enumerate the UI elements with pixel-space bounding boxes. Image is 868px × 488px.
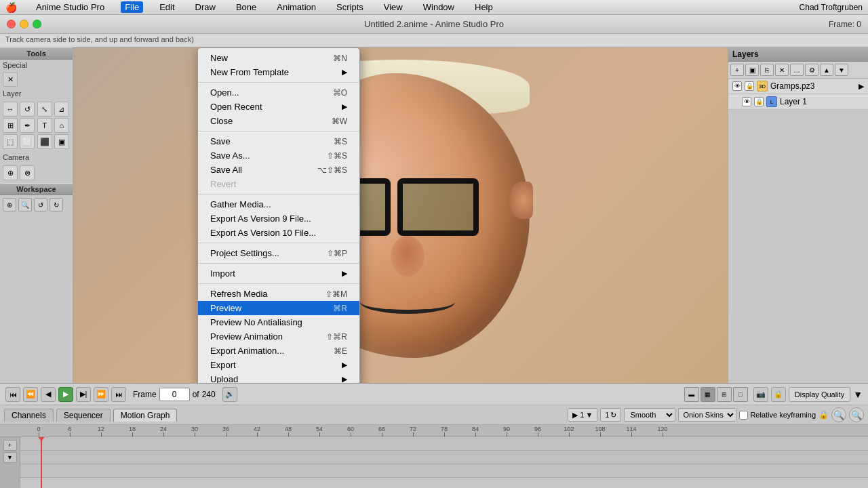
minimize-button[interactable] — [20, 20, 28, 28]
layer-eye-1[interactable]: 👁 — [732, 81, 742, 91]
tool-translate[interactable]: ↔ — [3, 102, 18, 117]
maximize-button[interactable] — [33, 20, 41, 28]
play-controls-btn[interactable]: ▶ 1 ▼ — [568, 408, 597, 422]
tool-obj4[interactable]: ▣ — [54, 134, 69, 149]
menu-file[interactable]: File — [121, 1, 143, 13]
frame-step-btn[interactable]: 1 ↻ — [600, 408, 621, 422]
menu-item-project-settings[interactable]: Project Settings...⇧⌘P — [198, 246, 359, 260]
tool-scale[interactable]: ⤡ — [37, 102, 52, 117]
view-mode-1[interactable]: ▬ — [684, 387, 699, 402]
tool-obj1[interactable]: ⬚ — [3, 134, 18, 149]
menu-window[interactable]: Window — [419, 1, 458, 13]
tool-transform[interactable]: ⊞ — [3, 118, 18, 133]
tool-cam1[interactable]: ⊕ — [3, 165, 18, 180]
layers-up-btn[interactable]: ▲ — [820, 64, 833, 76]
menu-item-gather-media[interactable]: Gather Media... — [198, 197, 359, 211]
ws-btn1[interactable]: ⊕ — [3, 198, 16, 211]
ruler-tick — [538, 432, 538, 436]
tool-shear[interactable]: ⊿ — [54, 102, 69, 117]
layers-copy-btn[interactable]: ⎘ — [760, 64, 774, 76]
tool-obj3[interactable]: ⬛ — [37, 134, 52, 149]
layers-group-btn[interactable]: ▣ — [745, 64, 759, 76]
tool-text[interactable]: T — [37, 118, 52, 133]
menu-item-new-from-template[interactable]: New From Template▶ — [198, 65, 359, 79]
ws-btn3[interactable]: ↺ — [34, 198, 47, 211]
layers-settings-btn[interactable]: ⚙ — [805, 64, 818, 76]
menu-item-export-animation[interactable]: Export Animation...⌘E — [198, 344, 359, 358]
add-track-btn[interactable]: + — [3, 440, 17, 451]
layer-lock-1[interactable]: 🔒 — [745, 81, 754, 91]
snapshot-btn[interactable]: 📷 — [753, 387, 768, 402]
tool-paint[interactable]: ⌂ — [54, 118, 69, 133]
tool-rotate[interactable]: ↺ — [20, 102, 35, 117]
menu-item-right: ⇧⌘M — [326, 289, 347, 299]
step-fwd-btn[interactable]: ⏩ — [94, 387, 108, 402]
frame-input[interactable] — [159, 388, 190, 401]
view-mode-4[interactable]: □ — [733, 387, 748, 402]
menu-item-refresh-media[interactable]: Refresh Media⇧⌘M — [198, 287, 359, 301]
menu-item-save-as[interactable]: Save As...⇧⌘S — [198, 148, 359, 163]
rewind-to-start-btn[interactable]: ⏮ — [5, 387, 20, 402]
timeline-playhead[interactable] — [41, 437, 42, 488]
display-quality-arrow[interactable]: ▼ — [853, 389, 863, 400]
menu-edit[interactable]: Edit — [155, 1, 178, 13]
layers-down-btn[interactable]: ▼ — [835, 64, 848, 76]
layer-item-2[interactable]: 👁 🔒 L Layer 1 — [728, 94, 868, 110]
menu-item-save[interactable]: Save⌘S — [198, 134, 359, 148]
display-quality-btn[interactable]: Display Quality — [789, 387, 850, 402]
layers-more-btn[interactable]: … — [790, 64, 804, 76]
view-mode-2[interactable]: ▦ — [701, 387, 715, 402]
menu-item-preview-animation[interactable]: Preview Animation⇧⌘R — [198, 329, 359, 344]
menu-item-import[interactable]: Import▶ — [198, 266, 359, 281]
ws-btn4[interactable]: ↻ — [50, 198, 63, 211]
menu-item-new[interactable]: New⌘N — [198, 51, 359, 65]
menu-animation[interactable]: Animation — [273, 1, 320, 13]
menu-item-export-as-version-9-file[interactable]: Export As Version 9 File... — [198, 211, 359, 226]
menu-item-preview-no-antialiasing[interactable]: Preview No Antialiasing — [198, 315, 359, 329]
menu-scripts[interactable]: Scripts — [332, 1, 368, 13]
menu-help[interactable]: Help — [471, 1, 497, 13]
zoom-out-btn[interactable]: 🔍 — [849, 407, 864, 422]
tool-eyedrop[interactable]: ✒ — [20, 118, 35, 133]
play-btn[interactable]: ▶ — [58, 387, 73, 402]
tool-cam2[interactable]: ⊗ — [20, 165, 35, 180]
layer-item[interactable]: 👁 🔒 3D Gramps.pz3 ▶ — [728, 79, 868, 94]
layer-lock-2[interactable]: 🔒 — [754, 97, 764, 106]
tool-x[interactable]: ✕ — [3, 72, 18, 87]
menu-item-close[interactable]: Close⌘W — [198, 114, 359, 128]
menu-view[interactable]: View — [380, 1, 407, 13]
smooth-select[interactable]: Smooth Linear Ease In Ease Out — [624, 408, 675, 422]
next-frame-btn[interactable]: ▶| — [76, 387, 91, 402]
menu-draw[interactable]: Draw — [191, 1, 220, 13]
apple-logo[interactable]: 🍎 — [5, 2, 17, 13]
layers-delete-btn[interactable]: ✕ — [775, 64, 789, 76]
layer-expand-1[interactable]: ▶ — [859, 82, 864, 91]
layer-eye-2[interactable]: 👁 — [742, 97, 751, 106]
menu-item-export-as-version-10-file[interactable]: Export As Version 10 File... — [198, 226, 359, 240]
menu-item-open[interactable]: Open...⌘O — [198, 85, 359, 100]
menu-item-save-all[interactable]: Save All⌥⇧⌘S — [198, 163, 359, 177]
collapse-btn[interactable]: ▼ — [3, 452, 17, 463]
tool-obj2[interactable]: ⬜ — [20, 134, 35, 149]
close-button[interactable] — [7, 20, 16, 28]
menu-bone[interactable]: Bone — [232, 1, 260, 13]
step-back-btn[interactable]: ⏪ — [23, 387, 38, 402]
zoom-in-btn[interactable]: 🔍 — [831, 407, 846, 422]
menu-item-upload[interactable]: Upload▶ — [198, 372, 359, 383]
lock-btn[interactable]: 🔒 — [771, 387, 786, 402]
tab-motion-graph[interactable]: Motion Graph — [113, 409, 178, 422]
menu-item-export[interactable]: Export▶ — [198, 358, 359, 372]
layers-new-btn[interactable]: + — [730, 64, 744, 76]
view-mode-3[interactable]: ⊞ — [717, 387, 732, 402]
onion-skins-select[interactable]: Onion Skins — [678, 408, 736, 422]
tab-channels[interactable]: Channels — [4, 409, 54, 422]
tab-sequencer[interactable]: Sequencer — [56, 409, 111, 422]
menu-item-open-recent[interactable]: Open Recent▶ — [198, 100, 359, 114]
end-btn[interactable]: ⏭ — [111, 387, 126, 402]
relative-keyframing-checkbox[interactable] — [739, 411, 748, 420]
ws-btn2[interactable]: 🔍 — [18, 198, 32, 211]
timeline-lock-icon[interactable]: 🔒 — [818, 410, 829, 420]
menu-item-preview[interactable]: Preview⌘R — [198, 301, 359, 315]
audio-btn[interactable]: 🔊 — [222, 387, 237, 402]
prev-frame-btn[interactable]: ◀ — [41, 387, 56, 402]
